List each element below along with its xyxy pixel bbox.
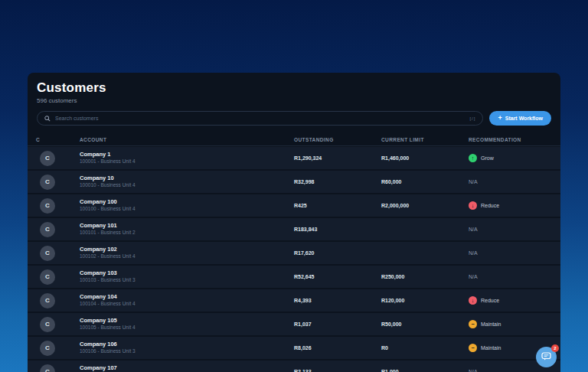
recommendation-cell: N/A — [469, 227, 560, 232]
table-header: C ACCOUNT OUTSTANDING CURRENT LIMIT RECO… — [28, 133, 560, 146]
plus-icon: + — [498, 115, 501, 122]
current-limit-value: R1,460,000 — [381, 155, 469, 161]
company-name: Company 104 — [80, 293, 294, 301]
account-subtitle: 100100 - Business Unit 4 — [80, 206, 294, 212]
recommendation-icon: − — [469, 320, 477, 328]
recommendation-cell: N/A — [469, 179, 560, 184]
table-row[interactable]: C Company 100 100100 - Business Unit 4 R… — [28, 194, 560, 217]
table-row[interactable]: C Company 103 100103 - Business Unit 3 R… — [28, 266, 560, 288]
app-background: { "page": { "title": "Customers", "subti… — [0, 0, 588, 372]
recommendation-label: Maintain — [481, 345, 501, 351]
company-name: Company 101 — [80, 222, 294, 230]
search-bar[interactable]: [/] — [37, 111, 483, 126]
current-limit-value: R2,000,000 — [381, 203, 469, 208]
avatar: C — [40, 198, 55, 214]
column-header-avatar: C — [36, 137, 80, 142]
outstanding-value: R425 — [294, 203, 381, 208]
account-subtitle: 100106 - Business Unit 3 — [80, 348, 294, 354]
recommendation-label: Maintain — [481, 321, 501, 327]
recommendation-label: N/A — [469, 369, 478, 372]
table-row[interactable]: C Company 105 100105 - Business Unit 4 R… — [28, 313, 560, 335]
panel-header: Customers 596 customers — [28, 73, 560, 104]
outstanding-value: R32,998 — [294, 179, 381, 184]
outstanding-value: R2,133 — [294, 369, 381, 372]
start-workflow-button[interactable]: + Start Workflow — [489, 111, 551, 126]
company-name: Company 107 — [80, 364, 294, 372]
outstanding-value: R1,290,324 — [294, 155, 381, 161]
company-name: Company 103 — [80, 269, 294, 277]
outstanding-value: R4,393 — [294, 298, 381, 303]
recommendation-icon: ↓ — [469, 296, 477, 305]
chat-bubble-icon — [541, 351, 551, 363]
page-title: Customers — [37, 80, 551, 96]
account-subtitle: 100105 - Business Unit 4 — [80, 325, 294, 331]
customers-panel: Customers 596 customers [/] + Start Work… — [28, 73, 560, 372]
recommendation-cell: ↓Reduce — [469, 296, 560, 305]
current-limit-value: R250,000 — [381, 274, 469, 279]
company-name: Company 105 — [80, 317, 294, 325]
avatar: C — [40, 341, 55, 356]
column-header-outstanding: OUTSTANDING — [294, 137, 381, 142]
recommendation-label: Reduce — [481, 298, 499, 303]
search-input[interactable] — [55, 116, 465, 121]
company-name: Company 1 — [80, 151, 294, 158]
recommendation-label: N/A — [469, 179, 478, 184]
current-limit-value: R60,000 — [381, 179, 469, 184]
account-subtitle: 100104 - Business Unit 4 — [80, 301, 294, 307]
chat-button[interactable]: 2 — [536, 347, 557, 367]
customer-table: C Company 1 100001 - Business Unit 4 R1,… — [28, 147, 560, 372]
account-subtitle: 100001 - Business Unit 4 — [80, 158, 294, 165]
account-subtitle: 100102 - Business Unit 4 — [80, 253, 294, 259]
recommendation-cell: N/A — [469, 369, 560, 372]
outstanding-value: R183,843 — [294, 227, 381, 232]
recommendation-cell: ↑Grow — [469, 154, 560, 162]
current-limit-value: R0 — [381, 345, 469, 351]
outstanding-value: R17,620 — [294, 250, 381, 256]
table-row[interactable]: C Company 10 100010 - Business Unit 4 R3… — [28, 171, 560, 193]
start-workflow-label: Start Workflow — [505, 116, 543, 121]
recommendation-label: N/A — [469, 250, 478, 256]
column-header-account: ACCOUNT — [80, 137, 294, 142]
recommendation-icon: ↓ — [469, 201, 477, 210]
recommendation-cell: ↓Reduce — [469, 201, 560, 210]
company-name: Company 10 — [80, 175, 294, 182]
search-icon — [44, 116, 51, 122]
chat-notification-badge: 2 — [551, 344, 559, 352]
recommendation-icon: − — [469, 344, 477, 352]
recommendation-cell: −Maintain — [469, 320, 560, 328]
column-header-recommendation: RECOMMENDATION — [469, 137, 560, 142]
column-header-current-limit: CURRENT LIMIT — [381, 137, 469, 142]
recommendation-cell: N/A — [469, 274, 560, 279]
recommendation-label: Grow — [481, 155, 494, 161]
toolbar: [/] + Start Workflow — [37, 111, 551, 126]
outstanding-value: R8,026 — [294, 345, 381, 351]
customer-count: 596 customers — [37, 97, 551, 104]
recommendation-icon: ↑ — [469, 154, 477, 162]
avatar: C — [40, 293, 55, 308]
table-row[interactable]: C Company 107 100107 - Business Unit 3 R… — [28, 361, 560, 372]
table-row[interactable]: C Company 102 100102 - Business Unit 4 R… — [28, 242, 560, 264]
search-shortcut-hint: [/] — [469, 116, 475, 121]
table-row[interactable]: C Company 106 100106 - Business Unit 3 R… — [28, 337, 560, 359]
account-subtitle: 100103 - Business Unit 3 — [80, 277, 294, 283]
table-row[interactable]: C Company 1 100001 - Business Unit 4 R1,… — [28, 147, 560, 169]
recommendation-label: Reduce — [481, 203, 499, 208]
avatar: C — [40, 175, 55, 190]
company-name: Company 100 — [80, 198, 294, 206]
company-name: Company 106 — [80, 341, 294, 348]
current-limit-value: R120,000 — [381, 298, 469, 303]
avatar: C — [40, 222, 55, 237]
avatar: C — [40, 269, 55, 285]
current-limit-value: R1,000 — [381, 369, 469, 372]
recommendation-cell: N/A — [469, 250, 560, 256]
avatar: C — [40, 151, 55, 166]
avatar: C — [40, 364, 55, 372]
recommendation-label: N/A — [469, 274, 478, 279]
table-row[interactable]: C Company 101 100101 - Business Unit 2 R… — [28, 218, 560, 240]
outstanding-value: R1,037 — [294, 321, 381, 327]
table-row[interactable]: C Company 104 100104 - Business Unit 4 R… — [28, 289, 560, 312]
current-limit-value: R50,000 — [381, 321, 469, 327]
outstanding-value: R52,645 — [294, 274, 381, 279]
avatar: C — [40, 317, 55, 332]
account-subtitle: 100010 - Business Unit 4 — [80, 182, 294, 188]
